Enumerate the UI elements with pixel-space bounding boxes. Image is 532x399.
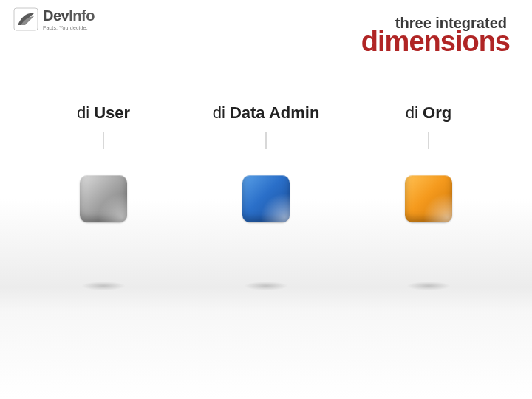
dimension-label: Org — [423, 103, 451, 122]
brand-tagline: Facts. You decide. — [43, 25, 95, 30]
tile-icon-data-admin — [242, 175, 290, 222]
title-line-2: dimensions — [361, 26, 510, 58]
dimension-data-admin: di Data Admin — [192, 103, 340, 290]
leaf-icon — [13, 7, 38, 31]
dimension-prefix: di — [213, 103, 230, 122]
dimensions-row: di User di Data Admin di Org — [0, 103, 532, 290]
brand-name-part1: Dev — [43, 7, 69, 24]
connector-line — [265, 132, 267, 149]
dimension-title: di Org — [406, 103, 451, 123]
brand-name-part2: Info — [69, 7, 95, 24]
brand-header: DevInfo Facts. You decide. — [13, 7, 95, 31]
brand-text: DevInfo Facts. You decide. — [43, 8, 95, 30]
dimension-label: Data Admin — [230, 103, 319, 122]
shadow-dot — [81, 282, 126, 290]
dimension-prefix: di — [406, 103, 423, 122]
tile-icon-user — [80, 175, 127, 222]
shadow-dot — [406, 282, 451, 290]
tile-icon-org — [405, 175, 452, 222]
dimension-user: di User — [30, 103, 177, 290]
dimension-prefix: di — [77, 103, 94, 122]
dimension-org: di Org — [355, 103, 502, 290]
dimension-title: di Data Admin — [213, 103, 320, 123]
page-title: three integrated dimensions — [361, 15, 510, 58]
brand-name: DevInfo — [43, 8, 95, 23]
dimension-label: User — [94, 103, 130, 122]
connector-line — [428, 132, 429, 149]
connector-line — [103, 132, 104, 149]
dimension-title: di User — [77, 103, 130, 123]
shadow-dot — [244, 282, 288, 290]
